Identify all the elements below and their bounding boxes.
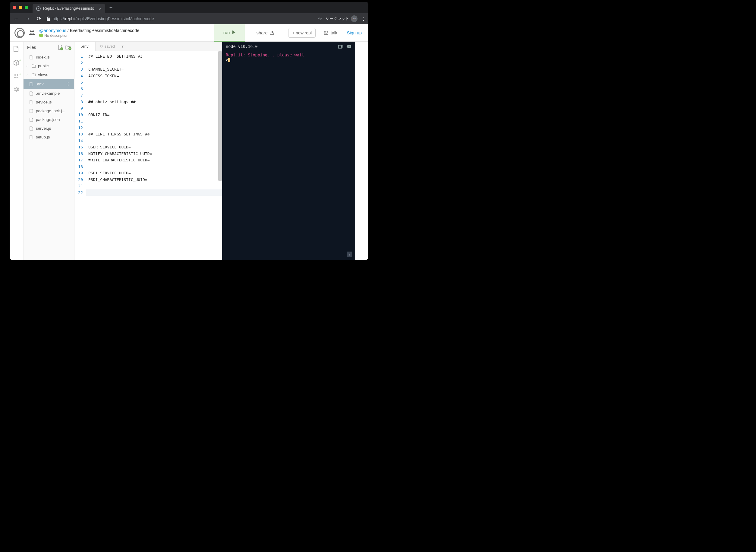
editor-area: .env ↺ saved ▼ 1234567891011121314151617… (74, 42, 368, 260)
file-icon (29, 109, 34, 113)
open-external-icon[interactable] (338, 44, 343, 48)
app-body: Files + + index.js›public›views.env⋮.env… (10, 42, 368, 260)
close-window-button[interactable] (13, 6, 16, 9)
new-file-button[interactable]: + (58, 45, 62, 50)
clear-console-icon[interactable] (346, 45, 352, 48)
file-panel: Files + + index.js›public›views.env⋮.env… (23, 42, 74, 260)
folder-icon (32, 73, 36, 76)
browser-menu-button[interactable]: ⋮ (361, 16, 366, 22)
line-gutter: 12345678910111213141516171819202122 (74, 51, 86, 260)
run-button[interactable]: run (214, 24, 245, 42)
help-button[interactable]: ? (347, 252, 352, 257)
file-item-views[interactable]: ›views (23, 70, 74, 79)
browser-tab[interactable]: Repl.it - EverlastingPessimistic × (32, 4, 105, 13)
console-status: Repl.it: Stopping... please wait (226, 52, 352, 57)
tab-title: Repl.it - EverlastingPessimistic (43, 6, 94, 11)
incognito-indicator: シークレット 👓 (326, 15, 358, 22)
console-header: node v10.16.0 (222, 42, 355, 51)
saved-indicator: ↺ saved (100, 44, 115, 48)
editor-tabs: .env ↺ saved ▼ (74, 42, 222, 51)
editor-pane: .env ↺ saved ▼ 1234567891011121314151617… (74, 42, 222, 260)
titlebar: Repl.it - EverlastingPessimistic × + (10, 2, 368, 13)
history-icon: ↺ (100, 44, 103, 48)
replit-logo-icon[interactable] (14, 28, 25, 38)
file-item--env[interactable]: .env⋮ (23, 79, 74, 89)
file-icon (29, 82, 34, 86)
close-tab-icon[interactable]: × (99, 6, 102, 11)
editor-scrollbar[interactable] (218, 51, 222, 181)
console-pane: node v10.16.0 Repl.it: Stopping... pleas… (222, 42, 355, 260)
file-list: index.js›public›views.env⋮.env.examplede… (23, 53, 74, 141)
file-icon (29, 55, 34, 59)
nodejs-badge-icon (39, 33, 43, 37)
app-header: @anonymous / EverlastingPessimisticMachi… (10, 24, 368, 42)
file-item-device-js[interactable]: device.js (23, 98, 74, 107)
url-bar[interactable]: https://repl.it/repls/EverlastingPessimi… (46, 16, 314, 21)
console-body[interactable]: Repl.it: Stopping... please wait > (222, 51, 355, 63)
signup-link[interactable]: Sign up (347, 30, 362, 35)
play-icon (232, 30, 236, 34)
packages-rail-icon[interactable] (13, 60, 20, 66)
url-text: https://repl.it/repls/EverlastingPessimi… (52, 16, 154, 21)
minimize-window-button[interactable] (19, 6, 22, 9)
maximize-window-button[interactable] (25, 6, 28, 9)
new-folder-button[interactable]: + (65, 45, 70, 49)
plus-icon: + (292, 30, 295, 35)
people-icon (324, 31, 329, 35)
code-lines: ## LINE BOT SETTINGS ## CHANNEL_SECRET=A… (86, 51, 222, 260)
chevron-right-icon: › (26, 73, 29, 76)
user-link[interactable]: @anonymous (39, 28, 66, 33)
window-controls (13, 6, 28, 9)
file-icon (29, 100, 34, 104)
file-item-setup-js[interactable]: setup.js (23, 133, 74, 141)
reload-button[interactable]: ⟳ (35, 15, 43, 22)
lock-icon (46, 17, 50, 21)
console-prompt-line: > (226, 57, 352, 62)
bookmark-star-icon[interactable]: ☆ (318, 16, 322, 22)
file-item--env-example[interactable]: .env.example (23, 89, 74, 98)
browser-window: Repl.it - EverlastingPessimistic × + ← →… (10, 2, 368, 260)
file-icon (29, 92, 34, 96)
files-rail-icon[interactable] (13, 46, 20, 52)
folder-icon (32, 64, 36, 67)
file-item-package-lock-j---[interactable]: package-lock.j... (23, 107, 74, 115)
file-panel-header: Files + + (23, 42, 74, 53)
node-version: node v10.16.0 (226, 44, 335, 49)
address-bar: ← → ⟳ https://repl.it/repls/EverlastingP… (10, 13, 368, 24)
chevron-right-icon: › (26, 64, 29, 67)
file-icon (29, 135, 34, 139)
file-item-package-json[interactable]: package.json (23, 115, 74, 124)
file-item-index-js[interactable]: index.js (23, 53, 74, 61)
file-icon (29, 126, 34, 131)
talk-button[interactable]: talk (324, 30, 337, 35)
icon-rail (10, 42, 23, 260)
share-button[interactable]: share (248, 24, 282, 42)
share-icon (269, 31, 274, 35)
chevron-down-icon[interactable]: ▼ (121, 45, 124, 48)
files-label: Files (27, 45, 55, 50)
repl-name: EverlastingPessimisticMachinecode (70, 28, 140, 33)
file-item-public[interactable]: ›public (23, 61, 74, 70)
new-tab-button[interactable]: + (110, 5, 113, 11)
editor-tab-env[interactable]: .env (74, 42, 96, 51)
settings-rail-icon[interactable] (13, 86, 20, 92)
cursor-icon (228, 58, 230, 62)
forward-button[interactable]: → (23, 16, 31, 22)
incognito-icon: 👓 (351, 15, 358, 22)
back-button[interactable]: ← (12, 16, 20, 22)
file-icon (29, 118, 34, 122)
multiplayer-rail-icon[interactable] (13, 74, 20, 79)
new-repl-button[interactable]: + new repl (288, 28, 316, 38)
file-more-icon[interactable]: ⋮ (66, 81, 70, 87)
replit-favicon-icon (36, 6, 41, 11)
repl-info: @anonymous / EverlastingPessimisticMachi… (39, 28, 139, 38)
code-editor[interactable]: 12345678910111213141516171819202122 ## L… (74, 51, 222, 260)
file-item-server-js[interactable]: server.js (23, 124, 74, 133)
multiplayer-icon[interactable] (28, 30, 36, 36)
repl-description: No description (44, 33, 68, 38)
